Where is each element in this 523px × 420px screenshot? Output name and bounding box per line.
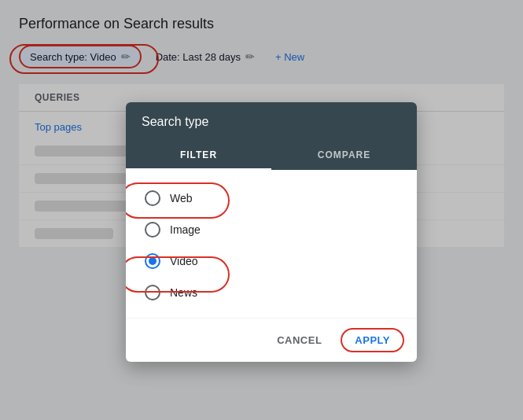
cancel-button[interactable]: CANCEL bbox=[267, 328, 331, 352]
tab-filter[interactable]: FILTER bbox=[126, 142, 271, 170]
dialog-title: Search type bbox=[142, 115, 401, 129]
search-type-dialog: Search type FILTER COMPARE Web Image bbox=[126, 102, 417, 362]
radio-image[interactable] bbox=[145, 222, 160, 238]
radio-video[interactable] bbox=[145, 253, 160, 269]
dialog-body: Web Image Video bbox=[126, 170, 417, 318]
dialog-header: Search type bbox=[126, 102, 417, 142]
tab-compare[interactable]: COMPARE bbox=[271, 142, 417, 170]
radio-label-news: News bbox=[170, 286, 197, 299]
radio-label-web: Web bbox=[170, 192, 193, 204]
radio-option-image[interactable]: Image bbox=[145, 214, 398, 245]
radio-label-image: Image bbox=[170, 223, 201, 236]
radio-news[interactable] bbox=[145, 285, 160, 300]
radio-option-news[interactable]: News bbox=[145, 277, 398, 308]
radio-selected-dot bbox=[149, 257, 157, 265]
page-background: Performance on Search results Search typ… bbox=[0, 0, 523, 420]
dialog-footer: CANCEL APPLY bbox=[126, 318, 417, 362]
dialog-overlay: Search type FILTER COMPARE Web Image bbox=[0, 0, 523, 420]
radio-web[interactable] bbox=[145, 190, 160, 206]
radio-option-web[interactable]: Web bbox=[145, 182, 398, 214]
radio-label-video: Video bbox=[170, 255, 198, 267]
dialog-tabs: FILTER COMPARE bbox=[126, 142, 417, 170]
apply-button[interactable]: APPLY bbox=[341, 328, 404, 352]
radio-option-video[interactable]: Video bbox=[145, 245, 398, 277]
